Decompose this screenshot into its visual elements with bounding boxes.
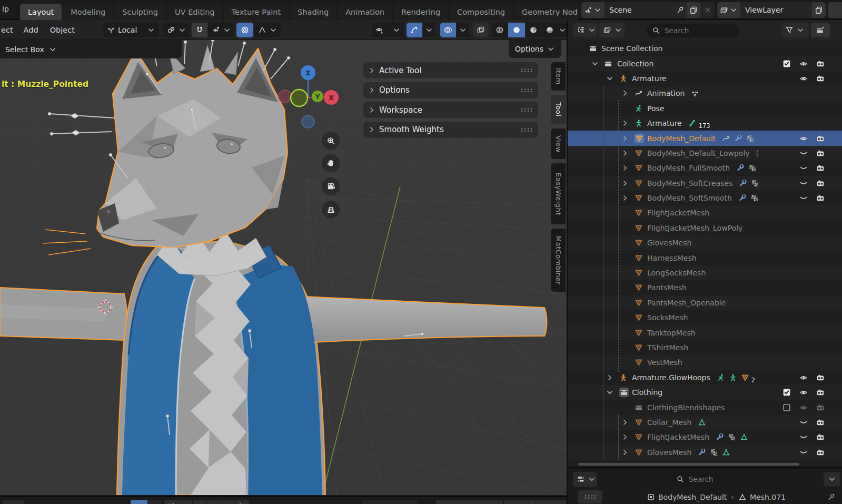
workspace-tab-modeling[interactable]: Modeling [63,4,113,20]
outliner-row-pantsmesh[interactable]: PantsMesh [568,280,842,295]
outliner-row-animation[interactable]: Animation [568,86,842,101]
scene-type-dropdown[interactable] [581,2,605,18]
panel-header-workspace[interactable]: Workspace [363,102,538,118]
shading-rendered-button[interactable] [542,23,558,37]
camera-icon[interactable] [816,388,825,397]
filter-dropdown[interactable] [781,23,809,37]
play-reverse-button[interactable] [193,500,206,504]
outliner-row-pantsmesh-openable[interactable]: PantsMesh_Openable [568,295,842,310]
show-gizmo-dropdown[interactable] [372,23,404,37]
falloff-dropdown[interactable] [254,23,281,37]
keying-set-dropdown[interactable] [148,500,162,504]
outliner-row-bodymesh-softcreases[interactable]: BodyMesh_SoftCreases [568,176,842,191]
camera-icon[interactable] [816,194,825,202]
camera-icon[interactable] [816,134,825,143]
camera-view-button[interactable] [322,177,340,195]
eye-closed-icon[interactable] [799,164,808,172]
chevron-down-icon[interactable] [606,74,614,83]
grip-icon[interactable] [520,87,533,93]
outliner-row-armature-glowhoops[interactable]: Armature.GlowHoops2 [568,370,842,385]
grip-icon[interactable] [520,107,533,113]
pivot-point-dropdown[interactable] [163,23,190,37]
eye-icon[interactable] [799,134,808,143]
active-tool-dropdown[interactable]: Select Box [5,45,44,54]
pin-icon[interactable] [827,493,836,501]
menu-fragment[interactable]: lp [2,5,9,13]
workspace-tab-geometry-nodes[interactable]: Geometry Nodes [514,4,578,20]
shading-wireframe-button[interactable] [492,23,508,37]
outliner-row-tanktopmesh[interactable]: TanktopMesh [568,325,842,340]
snap-toggle[interactable] [192,23,207,37]
overlays-dropdown[interactable] [457,23,469,37]
panel-header-options[interactable]: Options [363,82,538,98]
pin-icon[interactable] [676,6,685,14]
outliner-search[interactable] [647,24,739,37]
outliner-row-pose[interactable]: Pose [568,101,842,116]
scene-name[interactable]: Scene [605,6,676,14]
chevron-right-icon[interactable] [621,164,629,172]
xray-toggle[interactable] [473,23,489,37]
grip-icon[interactable] [520,67,533,73]
chevron-right-icon[interactable] [621,433,629,441]
outliner-row-longsocksmesh[interactable]: LongSocksMesh [568,265,842,280]
breadcrumb-object[interactable]: BodyMesh_Default [658,493,727,501]
eye-icon[interactable] [799,388,808,397]
new-viewlayer-button[interactable] [812,2,826,18]
outliner-row-bodymesh-softsmooth[interactable]: BodyMesh_SoftSmooth [568,191,842,205]
pan-button[interactable] [322,154,340,172]
snap-with-dropdown[interactable] [208,23,233,37]
eye-dim-icon[interactable] [799,403,808,412]
menu-add[interactable]: Add [21,26,42,34]
outliner-row-glovesmesh[interactable]: GlovesMesh [568,445,842,460]
frame-end-field[interactable]: End250 [504,500,567,504]
eye-closed-icon[interactable] [799,448,808,457]
frame-start-field[interactable]: Start1 [435,500,503,504]
gizmos-dropdown[interactable] [423,23,435,37]
jump-to-start-button[interactable] [164,500,178,504]
chevron-right-icon[interactable] [621,89,629,97]
gizmos-toggle[interactable] [407,23,422,37]
gizmo-axis-negx[interactable] [279,90,291,103]
next-keyframe-button[interactable] [221,500,235,504]
properties-options-dropdown[interactable] [824,472,840,487]
workspace-tab-uv-editing[interactable]: UV Editing [167,4,223,20]
panel-header-smooth-weights[interactable]: Smooth Weights [363,122,538,138]
camera-icon[interactable] [816,433,825,441]
viewlayer-type-dropdown[interactable] [717,2,740,18]
chevron-right-icon[interactable] [621,149,629,157]
viewlayer-name[interactable]: ViewLayer [740,6,812,14]
breadcrumb-data[interactable]: Mesh.071 [750,493,786,501]
camera-icon[interactable] [816,373,825,382]
zoom-button[interactable] [322,132,340,150]
checkbox-off-icon[interactable] [782,403,791,412]
menu-select-fragment[interactable]: ect [0,26,16,34]
overlays-toggle[interactable] [440,23,456,37]
eye-closed-icon[interactable] [799,149,808,157]
sidebar-tab-item[interactable]: Item [551,62,566,91]
eye-closed-icon[interactable] [799,433,808,441]
outliner-row-scene-collection[interactable]: Scene Collection [568,41,842,56]
shading-dropdown[interactable] [558,23,567,37]
chevron-right-icon[interactable] [621,119,629,127]
editor-type-dropdown[interactable] [573,23,597,37]
camera-icon[interactable] [816,149,825,157]
properties-search[interactable] [671,472,764,486]
eye-closed-icon[interactable] [799,418,808,427]
camera-icon[interactable] [816,179,825,187]
gizmo-axis-negy[interactable] [291,90,308,106]
auto-keying-toggle[interactable] [131,500,147,504]
camera-dim-icon[interactable] [816,403,825,412]
remove-viewlayer-button[interactable] [828,2,842,18]
play-button[interactable] [207,500,221,504]
workspace-tab-layout[interactable]: Layout [20,4,62,20]
workspace-tab-animation[interactable]: Animation [338,4,392,20]
outliner-row-bodymesh-default-lowpoly[interactable]: BodyMesh_Default_Lowpoly( [568,146,842,161]
shading-material-button[interactable] [526,23,541,37]
properties-search-input[interactable] [688,475,748,484]
camera-icon[interactable] [816,418,825,427]
panel-header-active-tool[interactable]: Active Tool [363,62,538,78]
perspective-button[interactable] [322,201,340,219]
outliner-row-vestmesh[interactable]: VestMesh [568,355,842,370]
workspace-tab-shading[interactable]: Shading [290,4,336,20]
eye-closed-icon[interactable] [799,179,808,187]
